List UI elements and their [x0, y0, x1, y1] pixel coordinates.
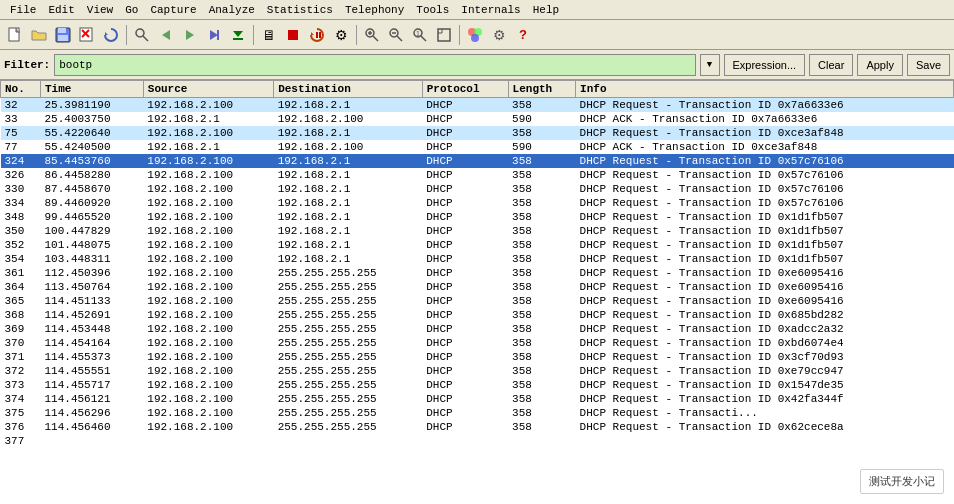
- sep4: [459, 25, 460, 45]
- table-row[interactable]: 33489.4460920192.168.2.100192.168.2.1DHC…: [1, 196, 954, 210]
- menu-help[interactable]: Help: [527, 2, 565, 18]
- table-row[interactable]: 34899.4465520192.168.2.100192.168.2.1DHC…: [1, 210, 954, 224]
- svg-rect-16: [288, 30, 298, 40]
- save-button[interactable]: [52, 24, 74, 46]
- restart-capture-button[interactable]: [306, 24, 328, 46]
- fullscreen-button[interactable]: [433, 24, 455, 46]
- capture-interfaces-button[interactable]: 🖥: [258, 24, 280, 46]
- svg-marker-14: [233, 31, 243, 37]
- table-row[interactable]: 361112.450396192.168.2.100255.255.255.25…: [1, 266, 954, 280]
- menu-statistics[interactable]: Statistics: [261, 2, 339, 18]
- forward-button[interactable]: [179, 24, 201, 46]
- open-button[interactable]: [28, 24, 50, 46]
- col-protocol: Protocol: [422, 81, 508, 98]
- normal-size-button[interactable]: 1: [409, 24, 431, 46]
- menu-view[interactable]: View: [81, 2, 119, 18]
- save-filter-button[interactable]: Save: [907, 54, 950, 76]
- table-row[interactable]: 368114.452691192.168.2.100255.255.255.25…: [1, 308, 954, 322]
- table-row[interactable]: 365114.451133192.168.2.100255.255.255.25…: [1, 294, 954, 308]
- close-capture-button[interactable]: [76, 24, 98, 46]
- table-row[interactable]: 369114.453448192.168.2.100255.255.255.25…: [1, 322, 954, 336]
- svg-rect-19: [319, 32, 321, 38]
- watermark: 测试开发小记: [860, 469, 944, 494]
- stop-capture-button[interactable]: [282, 24, 304, 46]
- goto-button[interactable]: [203, 24, 225, 46]
- col-time: Time: [41, 81, 144, 98]
- svg-point-35: [471, 34, 479, 42]
- svg-line-25: [397, 36, 402, 41]
- menu-internals[interactable]: Internals: [455, 2, 526, 18]
- col-info: Info: [576, 81, 954, 98]
- table-row[interactable]: 376114.456460192.168.2.100255.255.255.25…: [1, 420, 954, 434]
- table-row[interactable]: 3225.3981190192.168.2.100192.168.2.1DHCP…: [1, 98, 954, 113]
- apply-button[interactable]: Apply: [857, 54, 903, 76]
- bottom-button[interactable]: [227, 24, 249, 46]
- svg-line-21: [373, 36, 378, 41]
- new-button[interactable]: [4, 24, 26, 46]
- filter-dropdown-arrow[interactable]: ▼: [700, 54, 720, 76]
- table-row[interactable]: 32485.4453760192.168.2.100192.168.2.1DHC…: [1, 154, 954, 168]
- expression-button[interactable]: Expression...: [724, 54, 806, 76]
- zoom-out-button[interactable]: [385, 24, 407, 46]
- table-row[interactable]: 372114.455551192.168.2.100255.255.255.25…: [1, 364, 954, 378]
- svg-rect-3: [58, 35, 68, 41]
- col-length: Length: [508, 81, 576, 98]
- menu-go[interactable]: Go: [119, 2, 144, 18]
- sep1: [126, 25, 127, 45]
- svg-marker-12: [210, 30, 218, 40]
- col-destination: Destination: [274, 81, 423, 98]
- col-no: No.: [1, 81, 41, 98]
- menu-analyze[interactable]: Analyze: [203, 2, 261, 18]
- table-row[interactable]: 370114.454164192.168.2.100255.255.255.25…: [1, 336, 954, 350]
- svg-line-9: [143, 36, 148, 41]
- table-row[interactable]: 377: [1, 434, 954, 448]
- clear-button[interactable]: Clear: [809, 54, 853, 76]
- reload-button[interactable]: [100, 24, 122, 46]
- table-row[interactable]: 32686.4458280192.168.2.100192.168.2.1DHC…: [1, 168, 954, 182]
- menu-telephony[interactable]: Telephony: [339, 2, 410, 18]
- svg-marker-7: [105, 32, 108, 35]
- col-source: Source: [143, 81, 273, 98]
- menubar: File Edit View Go Capture Analyze Statis…: [0, 0, 954, 20]
- colorize-button[interactable]: [464, 24, 486, 46]
- zoom-in-button[interactable]: [361, 24, 383, 46]
- table-row[interactable]: 7555.4220640192.168.2.100192.168.2.1DHCP…: [1, 126, 954, 140]
- back-button[interactable]: [155, 24, 177, 46]
- menu-file[interactable]: File: [4, 2, 42, 18]
- table-row[interactable]: 33087.4458670192.168.2.100192.168.2.1DHC…: [1, 182, 954, 196]
- preferences-button[interactable]: ⚙: [488, 24, 510, 46]
- menu-capture[interactable]: Capture: [144, 2, 202, 18]
- svg-marker-10: [162, 30, 170, 40]
- sep3: [356, 25, 357, 45]
- toolbar: 🖥 ⚙: [0, 20, 954, 50]
- table-row[interactable]: 352101.448075192.168.2.100192.168.2.1DHC…: [1, 238, 954, 252]
- svg-marker-17: [311, 32, 314, 35]
- table-row[interactable]: 3325.4003750192.168.2.1192.168.2.100DHCP…: [1, 112, 954, 126]
- packet-list: No. Time Source Destination Protocol Len…: [0, 80, 954, 504]
- table-row[interactable]: 371114.455373192.168.2.100255.255.255.25…: [1, 350, 954, 364]
- svg-rect-18: [316, 32, 318, 38]
- menu-edit[interactable]: Edit: [42, 2, 80, 18]
- svg-marker-11: [186, 30, 194, 40]
- table-row[interactable]: 7755.4240500192.168.2.1192.168.2.100DHCP…: [1, 140, 954, 154]
- svg-text:1: 1: [416, 30, 420, 37]
- sep2: [253, 25, 254, 45]
- svg-point-8: [136, 29, 144, 37]
- table-row[interactable]: 375114.456296192.168.2.100255.255.255.25…: [1, 406, 954, 420]
- filter-label: Filter:: [4, 59, 50, 71]
- svg-line-28: [421, 36, 426, 41]
- svg-rect-2: [58, 28, 66, 33]
- table-row[interactable]: 364113.450764192.168.2.100255.255.255.25…: [1, 280, 954, 294]
- table-row[interactable]: 374114.456121192.168.2.100255.255.255.25…: [1, 392, 954, 406]
- table-row[interactable]: 354103.448311192.168.2.100192.168.2.1DHC…: [1, 252, 954, 266]
- table-row[interactable]: 350100.447829192.168.2.100192.168.2.1DHC…: [1, 224, 954, 238]
- filterbar: Filter: ▼ Expression... Clear Apply Save: [0, 50, 954, 80]
- menu-tools[interactable]: Tools: [410, 2, 455, 18]
- help-button[interactable]: ?: [512, 24, 534, 46]
- table-header-row: No. Time Source Destination Protocol Len…: [1, 81, 954, 98]
- svg-rect-30: [438, 29, 450, 41]
- table-row[interactable]: 373114.455717192.168.2.100255.255.255.25…: [1, 378, 954, 392]
- find-button[interactable]: [131, 24, 153, 46]
- filter-input[interactable]: [54, 54, 695, 76]
- capture-options-button[interactable]: ⚙: [330, 24, 352, 46]
